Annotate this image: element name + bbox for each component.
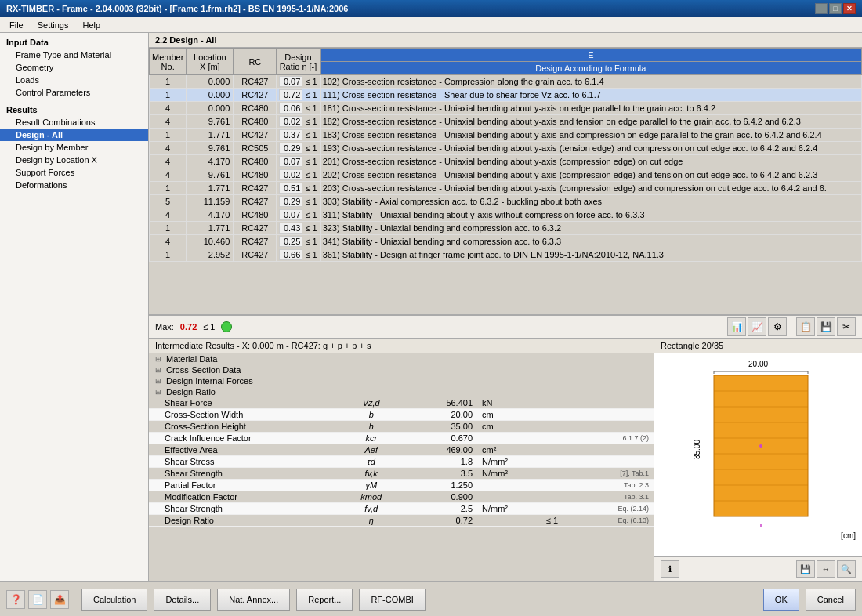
cs-width-label: 20.00 xyxy=(748,360,768,368)
sidebar-item-control-params[interactable]: Control Parameters xyxy=(0,86,148,99)
report-button[interactable]: Report... xyxy=(296,589,353,611)
results-table-wrapper[interactable]: MemberNo. LocationX [m] RC DesignRatio η… xyxy=(149,48,862,315)
main-container: Input Data Frame Type and Material Geome… xyxy=(0,33,862,581)
menu-bar: File Settings Help xyxy=(0,17,862,33)
max-value: 0.72 xyxy=(180,322,197,332)
cs-zoom-icon[interactable]: 🔍 xyxy=(837,560,856,578)
table-row[interactable]: 1 xyxy=(150,248,187,262)
ir-label: Effective Area xyxy=(149,444,343,456)
menu-help[interactable]: Help xyxy=(76,19,107,31)
close-button[interactable]: ✕ xyxy=(843,3,856,14)
ir-symbol: kmod xyxy=(343,491,399,503)
menu-file[interactable]: File xyxy=(3,19,30,31)
tree-cross-section-data[interactable]: ⊞ Cross-Section Data xyxy=(149,364,654,375)
svg-point-18 xyxy=(759,444,762,448)
table-row[interactable]: 4 xyxy=(150,235,187,248)
maximize-button[interactable]: □ xyxy=(829,3,842,14)
ir-ref: 6.1.7 (2) xyxy=(580,433,654,444)
sidebar-item-result-combinations[interactable]: Result Combinations xyxy=(0,116,148,129)
sidebar-item-design-by-location[interactable]: Design by Location X xyxy=(0,154,148,166)
toolbar-icon-1[interactable]: 📊 xyxy=(727,317,746,336)
table-row[interactable]: 4 xyxy=(150,115,187,129)
ir-symbol: η xyxy=(343,515,399,527)
bottom-icon-2[interactable]: 📄 xyxy=(28,590,47,609)
toolbar-icon-5[interactable]: 💾 xyxy=(817,317,835,336)
max-leq: ≤ 1 xyxy=(203,322,215,332)
rf-combi-button[interactable]: RF-COMBI xyxy=(359,589,425,611)
ir-label: Shear Stress xyxy=(149,456,343,468)
ir-label: Shear Strength xyxy=(149,468,343,480)
table-row[interactable]: 4 xyxy=(150,208,187,222)
intermediate-header: Intermediate Results - X: 0.000 m - RC42… xyxy=(149,339,654,353)
toolbar-icon-6[interactable]: ✂ xyxy=(837,317,856,336)
tree-material-data[interactable]: ⊞ Material Data xyxy=(149,353,654,364)
ir-label: Shear Strength xyxy=(149,503,343,515)
ir-symbol: kcr xyxy=(343,433,399,444)
table-row[interactable]: 1 xyxy=(150,222,187,235)
ir-ref: [7], Tab.1 xyxy=(580,468,654,480)
title-bar: RX-TIMBER - Frame - 2.04.0003 (32bit) - … xyxy=(0,0,862,17)
bottom-icon-1[interactable]: ❓ xyxy=(6,590,25,609)
ir-ref xyxy=(580,444,654,456)
sidebar-item-design-by-member[interactable]: Design by Member xyxy=(0,141,148,154)
ir-symbol: b xyxy=(343,409,399,421)
nat-annex-button[interactable]: Nat. Annex... xyxy=(217,589,290,611)
sidebar-item-design-all[interactable]: Design - All xyxy=(0,129,148,141)
bottom-bar: ❓ 📄 📤 Calculation Details... Nat. Annex.… xyxy=(0,581,862,616)
sidebar-item-support-forces[interactable]: Support Forces xyxy=(0,166,148,179)
ir-label: Modification Factor xyxy=(149,491,343,503)
design-ratio-label: Design Ratio xyxy=(166,387,216,397)
table-row[interactable]: 1 xyxy=(150,89,187,102)
toolbar-icon-2[interactable]: 📈 xyxy=(748,317,766,336)
table-row[interactable]: 4 xyxy=(150,155,187,168)
ir-ref: Tab. 2.3 xyxy=(580,480,654,491)
toolbar-icon-4[interactable]: 📋 xyxy=(796,317,815,336)
sidebar-item-frame-type[interactable]: Frame Type and Material xyxy=(0,49,148,61)
sidebar-item-loads[interactable]: Loads xyxy=(0,74,148,86)
col-formula-header: E xyxy=(320,49,861,62)
table-row[interactable]: 4 xyxy=(150,102,187,115)
details-button[interactable]: Details... xyxy=(154,589,211,611)
bottom-left-icons: ❓ 📄 📤 xyxy=(6,590,69,609)
internal-forces-label: Design Internal Forces xyxy=(166,376,253,386)
cancel-button[interactable]: Cancel xyxy=(806,589,856,611)
ir-unit xyxy=(477,515,541,527)
ir-symbol: fv,k xyxy=(343,468,399,480)
bottom-icon-3[interactable]: 📤 xyxy=(50,590,69,609)
cs-save-icon[interactable]: 💾 xyxy=(796,560,815,578)
tree-design-ratio[interactable]: ⊟ Design Ratio xyxy=(149,386,654,397)
toolbar-icon-3[interactable]: ⚙ xyxy=(768,317,787,336)
col-location-header: LocationX [m] xyxy=(187,49,234,75)
content-area: 2.2 Design - All MemberNo. LocationX [m]… xyxy=(149,33,862,581)
calculation-button[interactable]: Calculation xyxy=(81,589,147,611)
table-row[interactable]: 1 xyxy=(150,75,187,89)
status-indicator xyxy=(221,321,232,332)
cs-resize-icon[interactable]: ↔ xyxy=(817,560,835,578)
minimize-button[interactable]: ─ xyxy=(815,3,828,14)
table-row[interactable]: 1 xyxy=(150,182,187,195)
ir-unit: cm xyxy=(477,409,541,421)
ir-unit xyxy=(477,491,541,503)
col-member-header: MemberNo. xyxy=(150,49,187,75)
cross-section-data-label: Cross-Section Data xyxy=(166,365,241,375)
ir-unit: N/mm² xyxy=(477,456,541,468)
ir-symbol: γM xyxy=(343,480,399,491)
ok-button[interactable]: OK xyxy=(763,589,799,611)
ir-symbol: fv,d xyxy=(343,503,399,515)
table-row[interactable]: 5 xyxy=(150,195,187,208)
ir-value: 2.5 xyxy=(399,503,477,515)
table-toolbar: 📊 📈 ⚙ 📋 💾 ✂ xyxy=(727,317,856,336)
sidebar-item-deformations[interactable]: Deformations xyxy=(0,179,148,191)
ir-unit: kN xyxy=(477,397,541,409)
menu-settings[interactable]: Settings xyxy=(31,19,75,31)
cs-info-icon[interactable]: ℹ xyxy=(661,560,679,578)
expand-icon-material: ⊞ xyxy=(155,355,165,363)
tree-internal-forces[interactable]: ⊞ Design Internal Forces xyxy=(149,375,654,386)
table-row[interactable]: 4 xyxy=(150,168,187,182)
sidebar-item-geometry[interactable]: Geometry xyxy=(0,61,148,74)
table-row[interactable]: 4 xyxy=(150,142,187,155)
ir-symbol: Vz,d xyxy=(343,397,399,409)
table-row[interactable]: 1 xyxy=(150,129,187,142)
cs-panel-icon-row: ℹ 💾 ↔ 🔍 xyxy=(654,556,862,581)
cs-height-label: 35.00 xyxy=(693,440,701,459)
